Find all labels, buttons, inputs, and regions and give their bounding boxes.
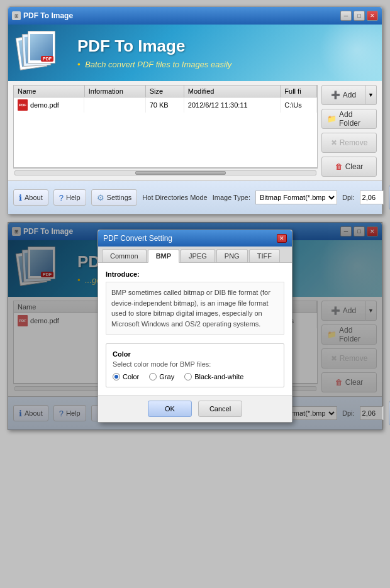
- dialog-close-btn[interactable]: ✕: [277, 234, 287, 243]
- file-section-1: Name Information Size Modified Full fi P…: [8, 81, 382, 180]
- col-info: Information: [84, 86, 145, 97]
- dpi-label: Dpi:: [342, 194, 355, 201]
- help-label: Help: [66, 194, 81, 201]
- radio-color-label: Color: [123, 373, 139, 380]
- file-list-1: Name Information Size Modified Full fi P…: [13, 85, 318, 168]
- dpi-input[interactable]: [360, 191, 384, 204]
- radio-gray-label: Gray: [159, 373, 174, 380]
- file-table-1: Name Information Size Modified Full fi P…: [14, 86, 317, 113]
- clear-icon: 🗑: [335, 162, 343, 171]
- about-icon: ℹ: [19, 193, 22, 202]
- add-folder-label: Add Folder: [339, 110, 371, 128]
- image-type-select[interactable]: Bitmap Format(*.bmp): [255, 191, 337, 204]
- tab-common[interactable]: Common: [102, 249, 147, 262]
- radio-dot-gray: [149, 373, 157, 380]
- bullet-dot: •: [77, 60, 81, 69]
- dialog-title-bar: PDF Convert Setting ✕: [98, 230, 292, 247]
- clear-label: Clear: [345, 162, 364, 171]
- window-controls-1: ─ □ ✕: [340, 11, 378, 21]
- settings-button[interactable]: ⚙ Settings: [91, 189, 138, 206]
- window-title-1: PDF To Image: [23, 11, 73, 20]
- radio-color[interactable]: Color: [113, 373, 139, 380]
- color-radio-group: Color Gray Black-and-white: [113, 373, 277, 380]
- dialog-tabs: Common BMP JPEG PNG TIFF: [98, 247, 292, 263]
- horizontal-scrollbar-1[interactable]: [13, 168, 318, 177]
- banner-glow: [319, 25, 382, 81]
- hot-directories-label: Hot Directories Mode: [142, 194, 207, 201]
- help-icon: ?: [59, 193, 64, 202]
- add-button[interactable]: ➕ Add: [321, 85, 365, 105]
- col-fullpath: Full fi: [281, 86, 317, 97]
- scrollbar-track[interactable]: [14, 170, 316, 175]
- pdf-file-icon: PDF: [18, 99, 28, 111]
- help-button[interactable]: ? Help: [53, 189, 86, 206]
- about-button[interactable]: ℹ About: [13, 189, 48, 206]
- banner-icon-1: PDF: [18, 31, 68, 75]
- tab-png[interactable]: PNG: [216, 249, 248, 262]
- toolbar-1: ℹ About ? Help ⚙ Settings Hot Directorie…: [8, 180, 382, 214]
- remove-button[interactable]: ✖ Remove: [321, 133, 377, 153]
- scrollbar-thumb[interactable]: [135, 171, 225, 175]
- introduce-label: Introduce:: [106, 270, 284, 278]
- add-btn-wrap: ➕ Add ▼: [321, 85, 377, 105]
- remove-icon: ✖: [331, 138, 337, 147]
- tab-tiff[interactable]: TIFF: [249, 249, 280, 262]
- radio-bw[interactable]: Black-and-white: [184, 373, 243, 380]
- cancel-button[interactable]: Cancel: [198, 401, 242, 417]
- remove-label: Remove: [340, 138, 368, 147]
- radio-dot-bw: [184, 373, 192, 380]
- title-bar-1: ⊞ PDF To Image ─ □ ✕: [8, 7, 382, 25]
- radio-dot-color: [113, 373, 120, 380]
- dialog-overlay: PDF Convert Setting ✕ Common BMP JPEG PN…: [8, 222, 382, 430]
- add-folder-button[interactable]: 📁 Add Folder: [321, 109, 377, 129]
- settings-label: Settings: [107, 194, 132, 201]
- settings-dialog: PDF Convert Setting ✕ Common BMP JPEG PN…: [98, 230, 292, 423]
- col-modified: Modified: [184, 86, 280, 97]
- radio-bw-label: Black-and-white: [194, 373, 243, 380]
- main-window-2-wrap: ⊞ PDF To Image ─ □ ✕: [8, 222, 382, 430]
- file-path: C:\Us: [281, 97, 317, 113]
- col-size: Size: [145, 86, 184, 97]
- tab-jpeg[interactable]: JPEG: [181, 249, 215, 262]
- color-section-title: Color: [113, 350, 277, 358]
- add-label: Add: [343, 91, 356, 99]
- about-label: About: [25, 194, 43, 201]
- file-name: demo.pdf: [30, 101, 59, 109]
- image-type-label: Image Type:: [213, 194, 250, 201]
- page-card-3: PDF: [28, 31, 55, 64]
- file-modified: 2012/6/12 11:30:11: [184, 97, 280, 113]
- col-name: Name: [14, 86, 84, 97]
- minimize-btn[interactable]: ─: [340, 11, 352, 21]
- settings-icon: ⚙: [97, 193, 104, 202]
- add-icon: ➕: [331, 91, 340, 99]
- pdf-badge: PDF: [41, 56, 53, 62]
- dialog-title-text: PDF Convert Setting: [103, 234, 172, 243]
- add-folder-icon: 📁: [327, 114, 337, 123]
- radio-gray[interactable]: Gray: [149, 373, 174, 380]
- file-size: 70 KB: [145, 97, 184, 113]
- ok-button[interactable]: OK: [148, 401, 192, 417]
- app-icon: ⊞: [12, 11, 21, 20]
- bmp-description: BMP sometimes called bitmap or DIB file …: [106, 282, 284, 335]
- dialog-content: Introduce: BMP sometimes called bitmap o…: [98, 263, 292, 395]
- tab-bmp[interactable]: BMP: [148, 249, 179, 263]
- maximize-btn[interactable]: □: [354, 11, 365, 21]
- file-action-buttons: ➕ Add ▼ 📁 Add Folder ✖ Remove 🗑 Clear: [321, 85, 377, 177]
- banner-1: PDF PDF To Image • Batch convert PDF fil…: [8, 25, 382, 81]
- color-section-subtitle: Select color mode for BMP files:: [113, 360, 277, 368]
- close-btn[interactable]: ✕: [367, 11, 378, 21]
- color-section: Color Select color mode for BMP files: C…: [106, 343, 284, 387]
- file-info: [84, 97, 145, 113]
- add-dropdown-arrow[interactable]: ▼: [365, 85, 377, 105]
- dialog-footer: OK Cancel: [98, 395, 292, 422]
- main-window-1: ⊞ PDF To Image ─ □ ✕ PDF: [8, 6, 382, 214]
- table-row[interactable]: PDF demo.pdf 70 KB 2012/6/12 11:30:11 C:…: [14, 97, 317, 113]
- clear-button[interactable]: 🗑 Clear: [321, 157, 377, 177]
